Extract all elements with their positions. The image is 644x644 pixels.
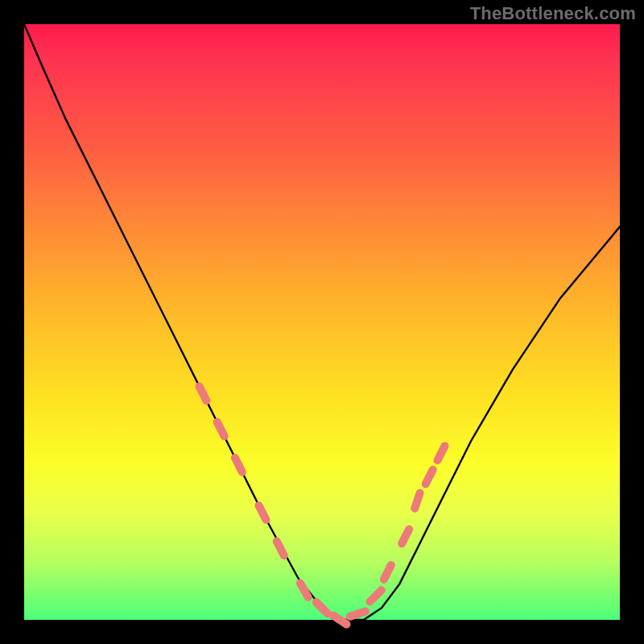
highlight-marker bbox=[316, 602, 328, 613]
chart-overlay bbox=[24, 24, 620, 620]
chart-frame: TheBottleneck.com bbox=[0, 0, 644, 644]
highlight-marker bbox=[300, 583, 308, 597]
highlight-marker bbox=[415, 493, 419, 509]
highlight-marker bbox=[277, 541, 284, 555]
highlight-marker bbox=[333, 616, 347, 625]
highlighted-markers-group bbox=[200, 386, 445, 625]
highlight-marker bbox=[426, 470, 433, 485]
highlight-marker bbox=[235, 458, 242, 473]
highlight-marker bbox=[200, 386, 207, 401]
highlight-marker bbox=[402, 530, 409, 544]
highlight-marker bbox=[384, 565, 391, 580]
watermark-text: TheBottleneck.com bbox=[470, 3, 636, 24]
bottleneck-curve bbox=[24, 24, 620, 620]
highlight-marker bbox=[350, 611, 365, 616]
highlight-marker bbox=[259, 506, 266, 520]
highlight-marker bbox=[438, 446, 445, 460]
highlight-marker bbox=[217, 422, 225, 436]
highlight-marker bbox=[370, 590, 382, 601]
